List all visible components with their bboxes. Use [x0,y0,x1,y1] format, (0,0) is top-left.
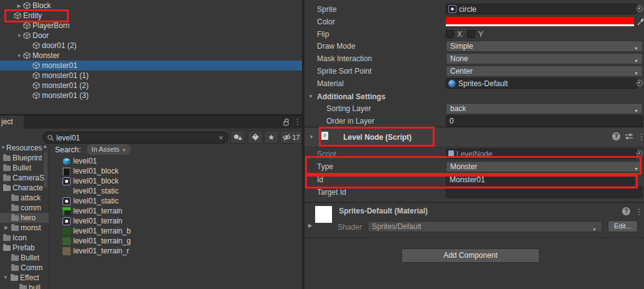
folder-item[interactable]: Bullet [0,163,49,173]
foldout-arrow-icon[interactable]: ▼ [308,94,313,99]
hidden-packages-button[interactable]: 17 [280,130,302,144]
folder-item[interactable]: hero [0,213,49,223]
script-value: LevelNode [456,150,492,159]
asset-row[interactable]: level01_block [50,166,302,176]
folder-item[interactable]: Blueprint [0,153,49,163]
filter-by-type-button[interactable] [230,130,245,144]
target-id-input[interactable] [446,187,643,198]
filter-by-label-button[interactable] [248,130,263,144]
favorites-button[interactable]: ★ [264,130,279,144]
shader-dropdown[interactable]: Sprites/Default▼ [368,221,602,232]
scroll-up-arrow[interactable]: ▲ [41,143,49,150]
hierarchy-item[interactable]: monster01 (1) [0,71,302,81]
unlock-icon[interactable] [283,118,291,127]
order-in-layer-input[interactable]: 0 [446,115,643,127]
flip-y-checkbox[interactable] [467,30,475,38]
id-value: Monster01 [450,175,485,184]
folder-item[interactable]: CameraS [0,173,49,183]
object-picker-icon[interactable] [636,6,643,12]
hierarchy-item[interactable]: door01 (2) [0,41,302,51]
draw-mode-dropdown[interactable]: Simple▼ [446,41,643,52]
material-object-field[interactable]: Sprites-Default [446,78,637,89]
scrollbar-thumb[interactable] [44,152,48,188]
asset-row[interactable]: level01_terrain_r [50,246,302,256]
foldout-arrow-icon[interactable]: ▶ [308,223,312,228]
add-component-button[interactable]: Add Component [401,248,540,263]
search-input-wrap[interactable]: × [43,132,228,144]
id-input[interactable]: Monster01 [446,174,635,185]
kebab-menu-icon[interactable]: ⋮ [294,117,301,127]
hierarchy-item-label: monster01 (1) [42,71,89,80]
asset-row[interactable]: level01_terrain [50,206,302,216]
type-label: Type [317,162,333,172]
material-preview-thumbnail [315,206,332,223]
flip-x-checkbox[interactable] [446,30,454,38]
hierarchy-item[interactable]: monster01 (2) [0,81,302,91]
object-picker-icon[interactable] [636,80,643,86]
folder-item[interactable]: attack [0,193,49,203]
folder-item[interactable]: Characte [0,183,49,193]
kebab-menu-icon[interactable]: ⋮ [635,207,643,216]
help-icon[interactable]: ? [622,207,630,215]
hierarchy-item[interactable]: monster01 [0,61,302,71]
edit-material-button[interactable]: Edit... [608,220,638,232]
foldout-arrow-icon[interactable]: ▼ [1,143,6,153]
foldout-arrow-icon[interactable]: ▼ [309,134,314,140]
component-title[interactable]: Level Node (Script) [343,132,411,142]
asset-row[interactable]: level01_static [50,186,302,196]
kebab-menu-icon[interactable]: ⋮ [638,132,644,141]
search-scope-pill[interactable]: In Assets▼ [87,144,131,155]
asset-row[interactable]: level01_terrain_g [50,236,302,246]
additional-settings-label[interactable]: Additional Settings [317,92,385,102]
type-dropdown[interactable]: Monster▼ [446,161,643,172]
search-input[interactable] [56,134,218,142]
foldout-arrow-icon[interactable]: ▶ [17,3,21,9]
folder-item[interactable]: ▶ monst [0,223,49,233]
chevron-down-icon: ▼ [634,44,638,54]
hierarchy-item[interactable]: ▼ Door [0,31,302,41]
folder-item[interactable]: ▼ Effect [0,273,49,283]
foldout-arrow-icon[interactable]: ▼ [17,53,22,59]
asset-icon [63,197,71,205]
foldout-slot: ▶ [15,1,23,11]
folder-item[interactable]: bull [0,283,49,289]
asset-row[interactable]: level01 [50,156,302,166]
folder-item[interactable]: Icon [0,233,49,243]
hierarchy-item[interactable]: monster01 (3) [0,91,302,100]
hierarchy-item[interactable]: ▼ Monster [0,51,302,61]
clear-search-icon[interactable]: × [218,132,223,143]
asset-row[interactable]: level01_static [50,196,302,206]
folder-label: Resources [6,144,42,152]
chevron-down-icon: ▼ [634,164,638,174]
asset-row[interactable]: level01_block [50,176,302,186]
filter-by-label-icon [251,133,259,141]
folder-item[interactable]: Bullet [0,253,49,263]
object-picker-icon[interactable] [636,150,643,157]
gameobject-cube-icon [23,2,31,9]
help-icon[interactable]: ? [612,132,620,140]
color-swatch[interactable] [446,17,634,26]
sorting-layer-dropdown[interactable]: back▼ [446,103,643,114]
eyedropper-icon[interactable] [637,17,644,26]
sprite-object-field[interactable]: circle [446,4,637,14]
script-object-field[interactable]: LevelNode [446,149,637,159]
hierarchy-item-label: Monster [33,51,59,60]
folder-item[interactable]: comm [0,203,49,213]
presets-icon[interactable] [625,132,633,140]
folder-label: hero [21,213,36,222]
tab-project[interactable]: ject [0,115,24,129]
asset-row[interactable]: level01_terrain_b [50,226,302,236]
folder-item[interactable]: Prefab [0,243,49,253]
foldout-arrow-icon[interactable]: ▶ [4,223,8,233]
hierarchy-item[interactable]: Entity [0,11,302,21]
mask-interaction-dropdown[interactable]: None▼ [446,53,643,64]
draw-mode-value: Simple [450,42,473,51]
sprite-sort-point-dropdown[interactable]: Center▼ [446,66,643,77]
asset-row[interactable]: level01_terrain [50,216,302,226]
foldout-arrow-icon[interactable]: ▼ [17,33,22,39]
material-preview-title[interactable]: Sprites-Default (Material) [339,206,428,216]
hierarchy-item[interactable]: ▶ Block [0,1,302,11]
folder-item[interactable]: Comm [0,263,49,273]
hierarchy-item[interactable]: PlayerBorn [0,21,302,31]
foldout-arrow-icon[interactable]: ▼ [3,273,8,283]
